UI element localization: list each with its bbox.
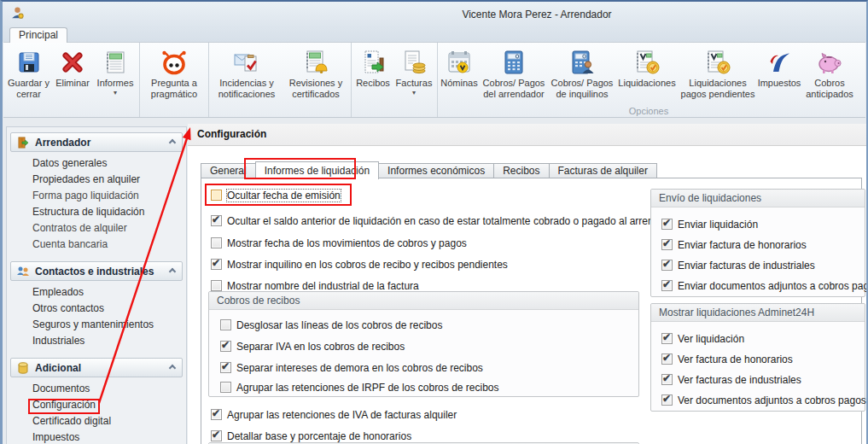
checkbox[interactable] <box>220 382 231 393</box>
checkbox-ver-documentos-adjuntos[interactable]: Ver documentos adjuntos a cobros pagos <box>661 393 866 407</box>
checkbox[interactable] <box>220 362 231 373</box>
chevron-up-icon <box>169 138 176 145</box>
cobros-pagos-de-inquilinos-button[interactable]: Cobros/ Pagos de inquilinos <box>549 45 615 100</box>
tab-informes-de-liquidacion[interactable]: Informes de liquidación <box>255 161 379 179</box>
liquidaciones-pagos-pendientes-button[interactable]: Liquidaciones pagos pendientes <box>679 45 757 100</box>
sidebar-item-estructura-de-liquidacion[interactable]: Estructura de liquidación <box>7 204 186 220</box>
tabstrip: General Informes de liquidación Informes… <box>201 161 656 178</box>
checkbox-agrupar-retenciones-irpf[interactable]: Agrupar las retenciones de IRPF de los c… <box>220 380 499 394</box>
tab-general[interactable]: General <box>201 163 256 178</box>
recibos-button[interactable]: Recibos <box>353 45 393 89</box>
cobros-anticipados-button[interactable]: Cobros anticipados <box>801 45 858 100</box>
checkbox[interactable] <box>211 190 222 201</box>
liquidaciones-button[interactable]: Liquidaciones <box>615 45 679 89</box>
checkbox[interactable] <box>661 280 673 291</box>
incidents-icon <box>233 47 260 78</box>
checkbox-separar-iva[interactable]: Separar IVA en los cobros de recibos <box>220 339 405 353</box>
tab-facturas-de-alquiler[interactable]: Facturas de alquiler <box>549 163 657 178</box>
sidebar-section-title: Adicional <box>35 362 165 374</box>
checkbox-enviar-facturas-industriales[interactable]: Enviar facturas de industriales <box>661 258 815 272</box>
sidebar-item-cuenta-bancaria[interactable]: Cuenta bancaria <box>7 237 186 253</box>
sidebar-section-title: Arrendador <box>35 137 165 149</box>
revisiones-y-certificados-button[interactable]: Revisiones y certificados <box>283 45 349 100</box>
checkbox-label: Mostrar fecha de los movimientos de cobr… <box>227 237 467 249</box>
sidebar-item-configuracion[interactable]: Configuración <box>7 397 186 413</box>
checkbox[interactable] <box>220 319 231 330</box>
checkbox-ver-facturas-industriales[interactable]: Ver facturas de industriales <box>661 372 801 387</box>
checkbox[interactable] <box>661 394 673 406</box>
ribbon-tab-principal[interactable]: Principal <box>9 27 67 43</box>
sidebar-item-datos-generales[interactable]: Datos generales <box>7 155 186 172</box>
dropdown-arrow-icon: ▾ <box>412 91 416 96</box>
button-label: Informes <box>93 78 137 89</box>
door-exit-icon <box>16 136 30 149</box>
button-label: Pregunta a pragmático <box>142 78 207 100</box>
sidebar-item-forma-pago-liquidacion[interactable]: Forma pago liquidación <box>7 188 186 204</box>
checkbox-label: Ver factura de honorarios <box>678 353 793 365</box>
sidebar-section-contactos-e-industriales[interactable]: Contactos e industriales <box>10 261 183 281</box>
incidencias-y-notificaciones-button[interactable]: Incidencias y notificaciones <box>211 45 283 100</box>
reports-icon <box>102 47 129 78</box>
checkbox[interactable] <box>661 353 673 365</box>
checkbox-ocultar-saldo-anterior[interactable]: Ocultar el saldo anterior de liquidación… <box>211 213 679 228</box>
sidebar-item-industriales[interactable]: Industriales <box>7 333 186 349</box>
checkbox[interactable] <box>211 280 222 291</box>
checkbox-desglosar-lineas[interactable]: Desglosar las líneas de los cobros de re… <box>220 318 442 332</box>
button-label: Revisiones y certificados <box>283 78 349 100</box>
tax-agency-icon <box>766 47 793 78</box>
checkbox-enviar-liquidacion[interactable]: Enviar liquidación <box>661 217 758 231</box>
checkbox[interactable] <box>661 333 673 344</box>
delete-icon <box>59 47 86 78</box>
checkbox-agrupar-retenciones-iva[interactable]: Agrupar las retenciones de IVA de factur… <box>211 407 457 422</box>
informes-button[interactable]: Informes ▾ <box>93 45 137 96</box>
tab-recibos[interactable]: Recibos <box>493 163 549 178</box>
checkbox[interactable] <box>661 239 673 250</box>
sidebar-item-empleados[interactable]: Empleados <box>7 284 186 301</box>
checkbox-label: Ocultar el saldo anterior de liquidación… <box>227 215 679 227</box>
checkbox-label: Agrupar las retenciones de IRPF de los c… <box>236 382 499 394</box>
checkbox[interactable] <box>661 219 673 230</box>
checkbox-enviar-documentos-adjuntos[interactable]: Enviar documentos adjuntos a cobros pago… <box>661 278 868 293</box>
checkbox-enviar-factura-honorarios[interactable]: Enviar factura de honorarios <box>661 237 807 252</box>
checkbox[interactable] <box>211 409 222 420</box>
ribbon-group-file: Guardar y cerrar Eliminar Informes ▾ <box>3 43 139 117</box>
checkbox-ocultar-fecha-de-emision[interactable]: Ocultar fecha de emisión <box>211 188 341 202</box>
sidebar-section-arrendador[interactable]: Arrendador <box>10 132 183 152</box>
checkbox-mostrar-fecha-movimientos[interactable]: Mostrar fecha de los movimientos de cobr… <box>211 236 467 250</box>
impuestos-button[interactable]: Impuestos <box>757 45 801 89</box>
eliminar-button[interactable]: Eliminar <box>52 45 93 89</box>
checkbox-mostrar-inquilino[interactable]: Mostrar inquilino en los cobros de recib… <box>211 257 508 272</box>
groupbox-title: Cobros de recibos <box>209 292 638 310</box>
sidebar-item-seguros-y-mantenimientos[interactable]: Seguros y mantenimientos <box>7 317 186 333</box>
checkbox-ver-liquidacion[interactable]: Ver liquidación <box>661 331 744 346</box>
checkbox-label: Enviar documentos adjuntos a cobros pago… <box>678 280 868 292</box>
checkbox-separar-intereses-demora[interactable]: Separar intereses de demora en los cobro… <box>220 360 483 375</box>
checkbox[interactable] <box>661 260 673 271</box>
sidebar-item-certificado-digital[interactable]: Certificado digital <box>7 413 186 429</box>
cobros-pagos-del-arrendador-button[interactable]: Cobros/ Pagos del arrendador <box>479 45 549 100</box>
checkbox-ver-factura-honorarios[interactable]: Ver factura de honorarios <box>661 352 793 366</box>
groupbox-title: Mostrar liquidaciones Adminet24H <box>651 304 865 322</box>
groupbox-mostrar-liquidaciones-adminet24h: Mostrar liquidaciones Adminet24H Ver liq… <box>650 303 865 412</box>
sidebar-item-documentos[interactable]: Documentos <box>7 381 186 397</box>
checkbox[interactable] <box>211 259 222 270</box>
sidebar-section-adicional[interactable]: Adicional <box>10 358 183 377</box>
checkbox-label: Separar IVA en los cobros de recibos <box>236 341 405 353</box>
guardar-y-cerrar-button[interactable]: Guardar y cerrar <box>5 45 52 100</box>
tab-informes-economicos[interactable]: Informes económicos <box>378 163 494 178</box>
checkbox[interactable] <box>220 341 231 352</box>
checkbox-detallar-base-porcentaje[interactable]: Detallar base y porcentaje de honorarios <box>211 429 411 443</box>
facturas-button[interactable]: Facturas ▾ <box>393 45 435 96</box>
sidebar-item-impuestos[interactable]: Impuestos <box>7 429 186 444</box>
nominas-button[interactable]: Nóminas <box>440 45 479 89</box>
checkbox[interactable] <box>211 237 222 248</box>
sidebar-item-otros-contactos[interactable]: Otros contactos <box>7 301 186 317</box>
checkbox[interactable] <box>211 215 222 226</box>
checkbox-label: Agrupar las retenciones de IVA de factur… <box>227 409 457 421</box>
pregunta-a-pragmatico-button[interactable]: Pregunta a pragmático <box>142 45 207 100</box>
groupbox-cobros-de-recibos: Cobros de recibos Desglosar las líneas d… <box>208 291 639 397</box>
checkbox[interactable] <box>661 374 673 385</box>
sidebar-item-propiedades-en-alquiler[interactable]: Propiedades en alquiler <box>7 172 186 188</box>
sidebar-item-contratos-de-alquiler[interactable]: Contratos de alquiler <box>7 220 186 237</box>
checkbox[interactable] <box>211 430 222 441</box>
